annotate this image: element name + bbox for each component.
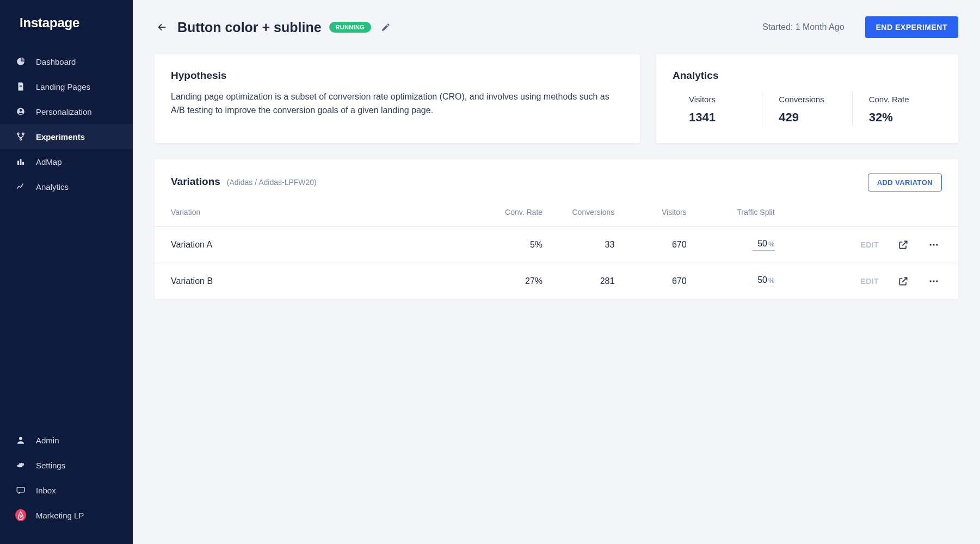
traffic-split-input[interactable] — [752, 239, 767, 249]
document-icon — [15, 81, 26, 92]
traffic-split-input-wrap: % — [752, 239, 775, 251]
table-row: Variation B 27% 281 670 % EDIT — [155, 263, 958, 300]
variations-table: Variation Conv. Rate Conversions Visitor… — [155, 198, 958, 299]
svg-point-19 — [936, 280, 938, 282]
sidebar-item-dashboard[interactable]: Dashboard — [0, 49, 133, 74]
variations-meta: (Adidas / Adidas-LPFW20) — [227, 178, 317, 187]
svg-point-5 — [17, 133, 19, 134]
airbnb-icon — [15, 510, 26, 521]
sidebar-nav: Dashboard Landing Pages Personalization … — [0, 49, 133, 199]
sidebar-bottom-nav: Admin Settings Inbox Marketing LP — [0, 428, 133, 544]
user-icon — [15, 435, 26, 446]
user-circle-icon — [15, 106, 26, 117]
page-title: Button color + subline — [177, 20, 322, 35]
sidebar: Instapage Dashboard Landing Pages Person… — [0, 0, 133, 544]
sidebar-item-marketing-lp[interactable]: Marketing LP — [0, 503, 133, 528]
hypothesis-card: Hypothesis Landing page optimization is … — [155, 54, 640, 143]
svg-point-15 — [933, 244, 934, 245]
table-row: Variation A 5% 33 670 % EDIT — [155, 227, 958, 263]
variation-conversions: 33 — [548, 227, 620, 263]
sidebar-label: Dashboard — [36, 57, 122, 66]
traffic-split-input-wrap: % — [752, 275, 775, 287]
stat-conversions: Conversions 429 — [762, 92, 852, 127]
analytics-title: Analytics — [673, 70, 942, 82]
stat-conv-rate: Conv. Rate 32% — [852, 92, 942, 127]
edit-variation-link[interactable]: EDIT — [861, 277, 879, 286]
variations-title: Variations — [171, 176, 220, 188]
stat-label: Conversions — [779, 95, 852, 104]
hypothesis-title: Hypothesis — [171, 70, 624, 82]
traffic-split-input[interactable] — [752, 275, 767, 285]
status-badge: RUNNING — [329, 22, 371, 33]
svg-point-17 — [930, 280, 932, 282]
pie-chart-icon — [15, 56, 26, 67]
sidebar-label: Experiments — [36, 132, 122, 141]
sidebar-label: AdMap — [36, 157, 122, 166]
col-visitors: Visitors — [620, 198, 692, 227]
variations-card: Variations (Adidas / Adidas-LPFW20) ADD … — [155, 159, 958, 299]
brand-name: Instapage — [20, 15, 79, 30]
sidebar-label: Personalization — [36, 107, 122, 116]
end-experiment-button[interactable]: END EXPERIMENT — [865, 16, 958, 38]
stat-value: 1341 — [689, 110, 762, 125]
sidebar-label: Marketing LP — [36, 511, 122, 520]
chat-icon — [15, 485, 26, 496]
open-in-new-icon[interactable] — [897, 275, 909, 287]
svg-rect-8 — [17, 161, 19, 165]
sidebar-label: Landing Pages — [36, 82, 122, 91]
more-actions-icon[interactable] — [928, 275, 940, 287]
edit-variation-link[interactable]: EDIT — [861, 240, 879, 249]
sidebar-item-settings[interactable]: Settings — [0, 453, 133, 478]
svg-rect-12 — [17, 487, 24, 492]
sidebar-item-experiments[interactable]: Experiments — [0, 124, 133, 149]
variation-conv-rate: 5% — [476, 227, 548, 263]
sidebar-item-admin[interactable]: Admin — [0, 428, 133, 453]
stat-value: 429 — [779, 110, 852, 125]
col-traffic-split: Traffic Split — [692, 198, 786, 227]
line-chart-icon — [15, 181, 26, 192]
sidebar-label: Analytics — [36, 182, 122, 191]
sidebar-item-personalization[interactable]: Personalization — [0, 99, 133, 124]
variation-name: Variation B — [155, 263, 476, 300]
svg-rect-9 — [20, 159, 22, 165]
open-in-new-icon[interactable] — [897, 239, 909, 251]
svg-point-13 — [20, 516, 22, 517]
add-variation-button[interactable]: ADD VARIATON — [868, 174, 942, 191]
sidebar-label: Settings — [36, 461, 122, 470]
bar-chart-icon — [15, 156, 26, 167]
svg-point-18 — [933, 280, 934, 282]
stat-label: Conv. Rate — [869, 95, 942, 104]
svg-point-7 — [20, 139, 22, 140]
more-actions-icon[interactable] — [928, 239, 940, 251]
variation-name: Variation A — [155, 227, 476, 263]
svg-rect-10 — [22, 162, 24, 165]
variation-visitors: 670 — [620, 227, 692, 263]
branch-icon — [15, 131, 26, 142]
svg-point-6 — [22, 133, 24, 134]
svg-point-4 — [20, 109, 22, 112]
back-button[interactable] — [155, 20, 170, 35]
svg-point-11 — [19, 437, 22, 440]
sidebar-item-landing-pages[interactable]: Landing Pages — [0, 74, 133, 99]
edit-title-button[interactable] — [379, 20, 393, 34]
svg-rect-2 — [20, 86, 22, 87]
sidebar-item-admap[interactable]: AdMap — [0, 149, 133, 174]
col-conv-rate: Conv. Rate — [476, 198, 548, 227]
svg-rect-1 — [20, 85, 22, 85]
brand-logo[interactable]: Instapage — [0, 15, 133, 47]
svg-point-14 — [930, 244, 932, 245]
stat-visitors: Visitors 1341 — [673, 92, 762, 127]
main-content: Button color + subline RUNNING Started: … — [133, 0, 980, 544]
variation-conversions: 281 — [548, 263, 620, 300]
sidebar-item-analytics[interactable]: Analytics — [0, 174, 133, 199]
stat-value: 32% — [869, 110, 942, 125]
col-conversions: Conversions — [548, 198, 620, 227]
gear-icon — [15, 460, 26, 471]
stat-label: Visitors — [689, 95, 762, 104]
svg-point-16 — [936, 244, 938, 245]
sidebar-item-inbox[interactable]: Inbox — [0, 478, 133, 503]
col-variation: Variation — [155, 198, 476, 227]
started-text: Started: 1 Month Ago — [762, 22, 844, 32]
hypothesis-body: Landing page optimization is a subset of… — [171, 90, 624, 118]
variation-visitors: 670 — [620, 263, 692, 300]
